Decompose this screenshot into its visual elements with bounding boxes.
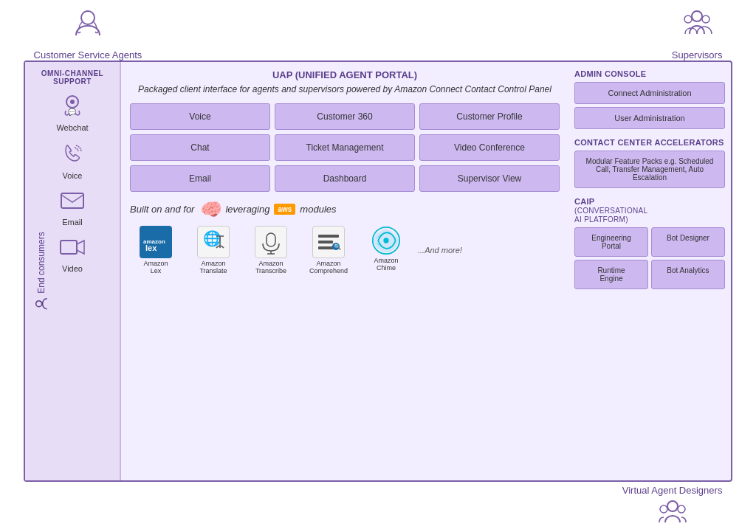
modules-text: modules [300,204,336,215]
amazon-chime-icon [371,226,401,255]
supervisors-label: Supervisors [672,49,723,61]
svg-point-6 [70,100,75,104]
top-actors-row: Customer Service Agents Supervisors [19,0,738,61]
customer-service-agents-actor: Customer Service Agents [34,6,142,61]
svg-point-1 [692,11,702,21]
feature-voice: Voice [130,103,270,130]
bottom-actors-row: Virtual Agent Designers [19,482,738,532]
feature-customer360: Customer 360 [275,103,415,130]
aws-badge: aws [274,204,295,215]
webchat-channel: 💬 Webchat [56,94,88,132]
svg-text:🔍: 🔍 [334,243,341,250]
amazon-translate-icon: 🌐 [197,226,230,258]
feature-email: Email [130,165,270,192]
amazon-translate-label: AmazonTranslate [199,260,227,274]
accelerators-title: CONTACT CENTER ACCELERATORS [574,138,725,147]
amazon-comprehend-label: AmazonComprehend [309,260,348,274]
center-panel: UAP (UNIFIED AGENT PORTAL) Packaged clie… [121,62,568,480]
admin-console-section: ADMIN CONSOLE Connect Administration Use… [574,69,725,132]
svg-point-26 [383,238,388,243]
email-channel: Email [60,190,85,227]
video-label: Video [62,264,83,273]
amazon-comprehend-icon: 🔍 [312,226,345,258]
svg-point-2 [684,15,692,23]
svg-text:lex: lex [145,243,157,252]
amazon-transcribe-label: AmazonTranscribe [255,260,286,274]
uap-title: UAP (UNIFIED AGENT PORTAL) [130,69,560,80]
bot-analytics-cell: Bot Analytics [651,260,725,289]
svg-point-4 [36,300,42,306]
omni-channel-title: OMNI-CHANNELSUPPORT [41,69,103,86]
end-consumers-label: End consumers [34,232,49,311]
svg-rect-9 [61,241,77,254]
voice-label: Voice [63,171,83,180]
email-label: Email [62,218,83,227]
bot-designer-cell: Bot Designer [651,227,725,257]
feature-chat: Chat [130,134,270,161]
caip-section: CAIP(CONVERSATIONALAI PLATFORM) Engineer… [574,197,725,289]
virtual-agent-designers-actor: Virtual Agent Designers [622,485,723,529]
feature-supervisor-view: Supervisor View [419,165,560,192]
video-icon [59,237,86,263]
amazon-lex-item: amazon lex AmazonLex [130,226,182,274]
webchat-icon: 💬 [60,94,85,122]
feature-grid: Voice Customer 360 Customer Profile Chat… [130,103,560,192]
svg-point-3 [702,15,709,23]
services-row: amazon lex AmazonLex 🌐 [130,226,560,274]
accelerators-section: CONTACT CENTER ACCELERATORS Modular Feat… [574,138,725,191]
leveraging-text: leveraging [225,204,269,215]
engineering-portal-cell: EngineeringPortal [574,227,648,257]
svg-point-28 [660,505,667,513]
built-on-text: Built on and for [130,204,194,215]
connect-administration-card: Connect Administration [574,82,725,104]
amazon-chime-label: AmazonChime [374,257,398,272]
page-wrapper: Customer Service Agents Supervisors [0,0,756,532]
customer-service-agents-icon [70,6,106,48]
uap-subtitle: Packaged client interface for agents and… [130,83,560,96]
svg-point-0 [81,11,94,24]
svg-text:💬: 💬 [68,108,77,117]
virtual-agent-designers-label: Virtual Agent Designers [622,485,723,496]
svg-point-29 [678,505,685,513]
supervisors-actor: Supervisors [672,6,723,61]
feature-ticket-management: Ticket Management [275,134,415,161]
accelerators-card: Modular Feature Packs e.g. Scheduled Cal… [574,151,725,188]
runtime-engine-cell: RuntimeEngine [574,260,648,289]
caip-grid: EngineeringPortal Bot Designer RuntimeEn… [574,227,725,289]
svg-rect-20 [318,235,339,238]
amazon-transcribe-icon [255,226,287,258]
admin-console-title: ADMIN CONSOLE [574,69,725,78]
brain-icon: 🧠 [199,199,221,220]
svg-point-27 [667,501,678,511]
end-consumers-text: End consumers [36,232,47,293]
email-icon [60,190,85,216]
user-administration-card: User Administration [574,107,725,129]
amazon-transcribe-item: AmazonTranscribe [245,226,297,274]
amazon-translate-item: 🌐 AmazonTranslate [188,226,239,274]
webchat-label: Webchat [56,123,88,132]
feature-dashboard: Dashboard [275,165,415,192]
virtual-agent-designers-icon [656,497,689,529]
feature-video-conference: Video Conference [419,134,560,161]
amazon-lex-label: AmazonLex [143,260,168,274]
svg-rect-21 [318,241,333,243]
main-box: OMNI-CHANNELSUPPORT 💬 Webchat [24,61,732,482]
voice-icon [61,142,83,170]
amazon-comprehend-item: 🔍 AmazonComprehend [303,226,354,274]
customer-service-agents-label: Customer Service Agents [34,49,142,61]
svg-rect-8 [61,193,83,208]
supervisors-icon [678,6,716,48]
right-panel: ADMIN CONSOLE Connect Administration Use… [568,62,731,480]
svg-text:🌐: 🌐 [203,229,221,247]
amazon-lex-icon: amazon lex [140,226,172,258]
and-more-label: ...And more! [418,246,462,255]
feature-customer-profile: Customer Profile [419,103,560,130]
caip-title: CAIP(CONVERSATIONALAI PLATFORM) [574,197,725,224]
video-channel: Video [59,237,86,273]
built-on-row: Built on and for 🧠 leveraging aws module… [130,199,560,220]
voice-channel: Voice [61,142,83,180]
amazon-chime-item: AmazonChime [360,226,412,272]
